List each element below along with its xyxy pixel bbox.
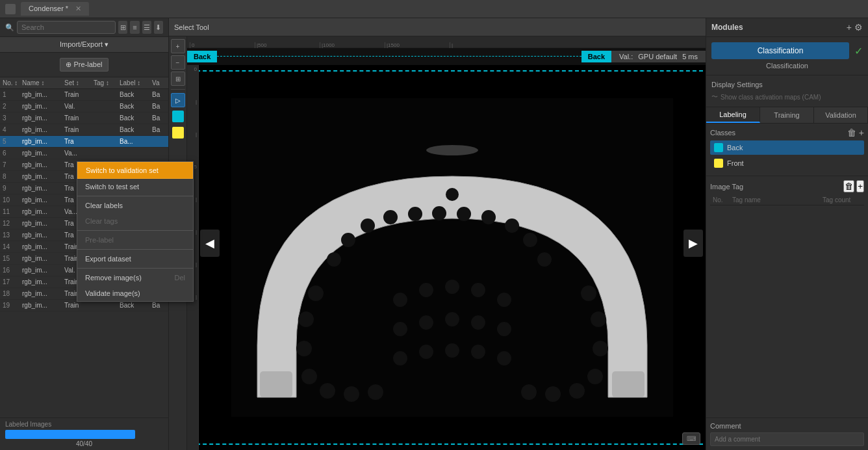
pre-label-btn[interactable]: ⊕ Pre-label (60, 58, 108, 72)
val-label: Val.: (619, 53, 633, 60)
list-btn[interactable]: ☰ (142, 21, 151, 34)
table-row[interactable]: 3 rgb_im... Train Back Ba (0, 112, 168, 124)
svg-point-22 (591, 311, 606, 327)
context-menu-switch-validation[interactable]: Switch to validation set (77, 162, 193, 179)
row-val: Ba (152, 114, 168, 122)
table-row[interactable]: 2 rgb_im... Val. Back Ba (0, 101, 168, 112)
row-set: Tra (64, 138, 94, 145)
row-name: rgb_im... (22, 114, 64, 122)
svg-point-25 (569, 383, 585, 399)
cyan-color-swatch[interactable] (172, 111, 184, 122)
search-input[interactable] (17, 21, 116, 34)
svg-point-40 (445, 343, 459, 358)
svg-point-30 (445, 280, 459, 294)
table-row-selected[interactable]: 5 rgb_im... Tra Ba... (0, 136, 168, 148)
row-name: rgb_im... (22, 290, 64, 297)
classification-widget: Classification ✓ Classification (706, 37, 868, 75)
sort-btn[interactable]: ≡ (130, 21, 139, 34)
context-menu-divider-1 (77, 196, 193, 196)
import-icon-btn[interactable]: ⬇ (154, 21, 163, 34)
app-tab[interactable]: Condenser * ✕ (21, 2, 89, 16)
labeling-tab-bar: Labeling Training Validation (706, 107, 868, 124)
tab-close-btn[interactable]: ✕ (75, 5, 81, 12)
row-val: Ba (152, 126, 168, 133)
modules-header: Modules + ⚙ (706, 18, 868, 37)
prev-image-btn[interactable]: ◀ (200, 230, 220, 257)
class-label-right: Back (581, 51, 611, 62)
ruler-top: 0 |500 |1000 |1500 | (187, 36, 706, 48)
display-settings-title: Display Settings (711, 81, 863, 88)
context-menu-validate[interactable]: Validate image(s) (77, 285, 193, 301)
row-no: 5 (3, 138, 22, 145)
table-row[interactable]: 6 rgb_im... Va... (0, 148, 168, 159)
keyboard-icon[interactable]: ⌨ (682, 432, 700, 445)
svg-point-1 (426, 145, 478, 155)
class-item-front[interactable]: Front (710, 156, 864, 170)
row-label: Back (120, 103, 152, 110)
classification-btn[interactable]: Classification (711, 42, 849, 59)
next-image-btn[interactable]: ▶ (683, 230, 703, 257)
row-no: 8 (3, 173, 22, 180)
row-no: 11 (3, 208, 22, 215)
row-name: rgb_im... (22, 255, 64, 262)
row-name: rgb_im... (22, 103, 64, 110)
col-tag[interactable]: Tag ↕ (94, 79, 120, 86)
svg-point-35 (445, 312, 459, 326)
progress-fill (5, 430, 135, 439)
col-name[interactable]: Name ↕ (22, 79, 64, 86)
context-menu-export[interactable]: Export dataset (77, 251, 193, 267)
context-menu-switch-test[interactable]: Switch to test set (77, 179, 193, 194)
row-name: rgb_im... (22, 208, 64, 215)
context-menu-remove[interactable]: Remove image(s) Del (77, 270, 193, 285)
import-export-btn[interactable]: Import/Export ▾ (0, 37, 168, 53)
table-row[interactable]: 4 rgb_im... Train Back Ba (0, 124, 168, 136)
svg-point-14 (408, 207, 422, 221)
col-set[interactable]: Set ↕ (64, 79, 94, 86)
context-menu-switch-validation-label: Switch to validation set (86, 166, 159, 174)
context-menu-clear-tags-label: Clear tags (85, 217, 118, 225)
tag-delete-btn[interactable]: 🗑 (843, 180, 854, 192)
class-delete-btn[interactable]: 🗑 (847, 127, 856, 138)
image-tag-title: Image Tag (710, 183, 743, 191)
fit-btn[interactable]: ⊞ (171, 72, 185, 86)
context-menu-divider-4 (77, 268, 193, 269)
row-name: rgb_im... (22, 243, 64, 250)
modules-add-btn[interactable]: + (847, 22, 852, 33)
class-color-back (714, 143, 723, 152)
svg-point-31 (471, 283, 485, 297)
tab-training[interactable]: Training (760, 107, 814, 123)
tab-validation[interactable]: Validation (814, 107, 868, 123)
row-label: Back (120, 126, 152, 133)
comment-section: Comment (706, 417, 868, 450)
comment-input[interactable] (710, 432, 864, 446)
col-no[interactable]: No. ↕ (3, 79, 22, 86)
svg-point-38 (393, 351, 407, 365)
zoom-out-btn[interactable]: − (171, 55, 185, 70)
context-menu-validate-label: Validate image(s) (85, 289, 140, 297)
svg-point-13 (383, 210, 398, 224)
modules-settings-btn[interactable]: ⚙ (854, 22, 863, 33)
select-tool-btn[interactable]: ▷ (171, 93, 185, 107)
tab-labeling[interactable]: Labeling (706, 107, 760, 123)
tag-col-no: No. (713, 196, 732, 204)
row-set: Train (64, 91, 94, 98)
tag-col-name: Tag name (732, 196, 823, 204)
table-row[interactable]: 1 rgb_im... Train Back Ba (0, 89, 168, 101)
svg-point-34 (419, 315, 433, 330)
yellow-color-swatch[interactable] (172, 127, 184, 139)
filter-btn[interactable]: ⊞ (118, 21, 127, 34)
image-canvas[interactable]: 0 | | |5 | | | | (187, 65, 706, 450)
tag-add-btn[interactable]: + (856, 180, 864, 192)
class-item-back[interactable]: Back (710, 140, 864, 155)
labeled-images-bar: Labeled Images 40/40 (0, 417, 168, 450)
col-label[interactable]: Label ↕ (120, 79, 152, 86)
row-label: Back (120, 114, 152, 122)
class-add-btn[interactable]: + (859, 127, 864, 138)
import-export-label: Import/Export ▾ (60, 40, 108, 49)
image-tag-header: Image Tag 🗑 + (710, 180, 864, 192)
context-menu-clear-labels[interactable]: Clear labels (77, 198, 193, 213)
row-set: Train (64, 126, 94, 133)
class-label-left: Back (187, 51, 217, 62)
svg-point-16 (457, 207, 471, 221)
zoom-in-btn[interactable]: + (171, 39, 185, 53)
